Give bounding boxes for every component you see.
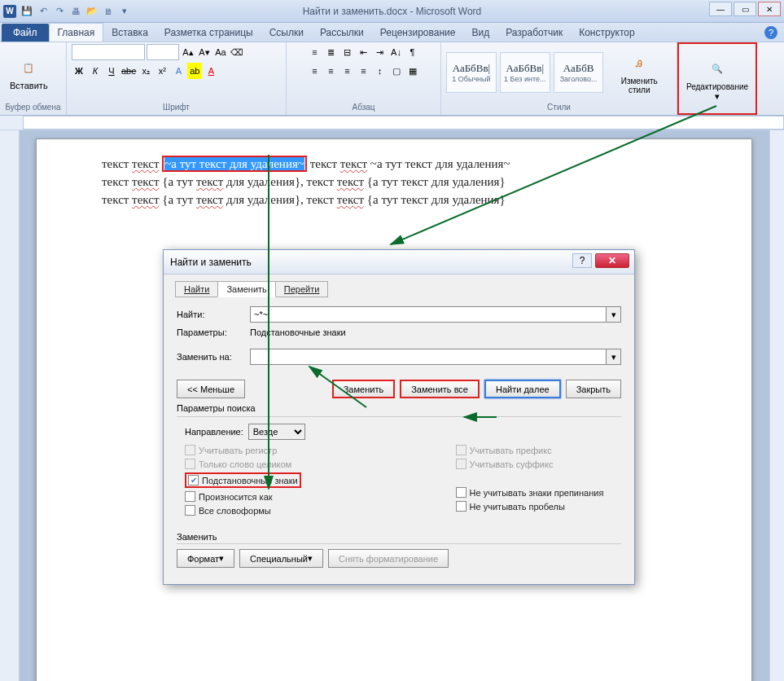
direction-label: Направление:	[185, 427, 243, 437]
tab-design[interactable]: Конструктор	[571, 24, 642, 42]
editing-button[interactable]: 🔍 Редактирование ▾	[681, 55, 753, 103]
qat-undo-icon[interactable]: ↶	[36, 4, 50, 19]
numbering-icon[interactable]: ≣	[324, 44, 339, 60]
tab-mailings[interactable]: Рассылки	[312, 24, 372, 42]
dialog-close-button[interactable]: ✕	[595, 253, 629, 268]
qat-print-icon[interactable]: 🖶	[68, 4, 83, 19]
tab-find[interactable]: Найти	[175, 281, 218, 297]
tab-home[interactable]: Главная	[49, 23, 104, 42]
replace-all-button[interactable]: Заменить все	[400, 380, 480, 398]
show-marks-icon[interactable]: ¶	[405, 44, 420, 60]
special-button[interactable]: Специальный ▾	[239, 549, 323, 568]
font-family-select[interactable]	[72, 44, 145, 60]
bullets-icon[interactable]: ≡	[308, 44, 322, 60]
shading-icon[interactable]: ▢	[389, 63, 404, 79]
qat-save-icon[interactable]: 💾	[20, 4, 34, 19]
chk-ignore-punct[interactable]: Не учитывать знаки препинания	[456, 487, 604, 498]
direction-select[interactable]: Везде	[248, 424, 305, 440]
tab-goto[interactable]: Перейти	[275, 281, 329, 297]
align-center-icon[interactable]: ≡	[324, 63, 339, 79]
chk-wildcards[interactable]: ✔Подстановочные знаки	[188, 475, 298, 485]
paste-icon: 📋	[15, 55, 42, 81]
format-button[interactable]: Формат ▾	[177, 549, 234, 568]
style-name: 1 Без инте...	[504, 75, 545, 83]
ribbon: 📋 Вставить Буфер обмена A▴ A▾ Aa ⌫ Ж К Ч…	[0, 42, 784, 116]
vertical-ruler[interactable]	[0, 130, 20, 681]
font-color-icon[interactable]: A	[204, 63, 218, 79]
find-next-button[interactable]: Найти далее	[484, 380, 561, 398]
subscript-button[interactable]: x₂	[138, 63, 153, 79]
grow-font-icon[interactable]: A▴	[181, 44, 195, 60]
underline-button[interactable]: Ч	[104, 63, 119, 79]
highlight-icon[interactable]: ab	[187, 63, 202, 79]
align-right-icon[interactable]: ≡	[340, 63, 355, 79]
strike-button[interactable]: abe	[120, 63, 137, 79]
font-size-select[interactable]	[147, 44, 179, 60]
maximize-button[interactable]: ▭	[734, 2, 756, 16]
text-line-3: текст текст {а тут текст для удаления}, …	[102, 191, 686, 209]
group-styles: АаБбВв| 1 Обычный АаБбВв| 1 Без инте... …	[441, 42, 677, 115]
indent-left-icon[interactable]: ⇤	[357, 44, 371, 60]
style-sample: АаБбВв|	[453, 62, 490, 75]
qat-new-icon[interactable]: 🗎	[101, 4, 116, 19]
find-dropdown-icon[interactable]: ▾	[607, 306, 621, 323]
chk-word-forms[interactable]: Все словоформы	[185, 505, 301, 516]
tab-layout[interactable]: Разметка страницы	[156, 24, 261, 42]
tab-developer[interactable]: Разработчик	[497, 24, 571, 42]
font-group-label: Шрифт	[72, 101, 281, 113]
clear-format-icon[interactable]: ⌫	[230, 44, 244, 60]
change-styles-button[interactable]: Ꭿ Изменить стили	[607, 49, 672, 96]
style-nospacing[interactable]: АаБбВв| 1 Без инте...	[500, 52, 550, 93]
close-button[interactable]: ✕	[758, 2, 781, 16]
shrink-font-icon[interactable]: A▾	[197, 44, 212, 60]
chk-case: Учитывать регистр	[185, 445, 301, 455]
dialog-help-button[interactable]: ?	[572, 253, 592, 268]
multilevel-icon[interactable]: ⊟	[340, 44, 355, 60]
tab-insert[interactable]: Вставка	[103, 24, 156, 42]
justify-icon[interactable]: ≡	[357, 63, 371, 79]
replace-button[interactable]: Заменить	[332, 380, 395, 398]
minimize-button[interactable]: —	[709, 2, 732, 16]
tab-replace[interactable]: Заменить	[217, 281, 275, 297]
replace-input[interactable]	[250, 349, 607, 365]
less-button[interactable]: << Меньше	[177, 380, 245, 398]
word-icon: W	[3, 5, 16, 18]
tab-review[interactable]: Рецензирование	[372, 24, 464, 42]
qat-redo-icon[interactable]: ↷	[52, 4, 67, 19]
file-tab[interactable]: Файл	[2, 24, 49, 42]
sort-icon[interactable]: A↓	[389, 44, 404, 60]
help-icon[interactable]: ?	[764, 26, 777, 39]
horizontal-ruler	[0, 116, 784, 130]
text-line-2: текст текст {а тут текст для удаления}, …	[102, 174, 686, 191]
quick-access-toolbar: 💾 ↶ ↷ 🖶 📂 🗎 ▾	[20, 4, 132, 19]
window-title: Найти и заменить.docx - Microsoft Word	[303, 6, 482, 17]
cancel-button[interactable]: Закрыть	[566, 380, 621, 398]
qat-open-icon[interactable]: 📂	[85, 4, 99, 19]
line-spacing-icon[interactable]: ↕	[373, 63, 388, 79]
no-format-button[interactable]: Снять форматирование	[328, 549, 449, 568]
style-normal[interactable]: АаБбВв| 1 Обычный	[446, 52, 497, 93]
tab-references[interactable]: Ссылки	[261, 24, 312, 42]
find-input[interactable]	[250, 306, 607, 323]
replace-dropdown-icon[interactable]: ▾	[607, 349, 621, 365]
align-left-icon[interactable]: ≡	[308, 63, 322, 79]
italic-button[interactable]: К	[88, 63, 103, 79]
bold-button[interactable]: Ж	[72, 63, 86, 79]
ruler[interactable]	[23, 116, 784, 130]
change-case-icon[interactable]: Aa	[213, 44, 228, 60]
indent-right-icon[interactable]: ⇥	[373, 44, 388, 60]
chk-sounds-like[interactable]: Произносится как	[185, 491, 301, 502]
dialog-title-bar[interactable]: Найти и заменить ? ✕	[164, 250, 634, 275]
chk-ignore-space[interactable]: Не учитывать пробелы	[456, 501, 604, 512]
paste-button[interactable]: 📋 Вставить	[5, 53, 53, 92]
text-effects-icon[interactable]: A	[171, 63, 186, 79]
borders-icon[interactable]: ▦	[405, 63, 420, 79]
tab-view[interactable]: Вид	[463, 24, 497, 42]
qat-more-icon[interactable]: ▾	[117, 4, 132, 19]
vertical-scrollbar[interactable]	[769, 130, 784, 681]
clipboard-group-label: Буфер обмена	[5, 101, 61, 113]
superscript-button[interactable]: x²	[155, 63, 169, 79]
style-heading[interactable]: АаБбВ Заголово...	[554, 52, 604, 93]
ribbon-tabs: Файл Главная Вставка Разметка страницы С…	[0, 23, 784, 42]
editing-label: Редактирование	[686, 82, 748, 91]
